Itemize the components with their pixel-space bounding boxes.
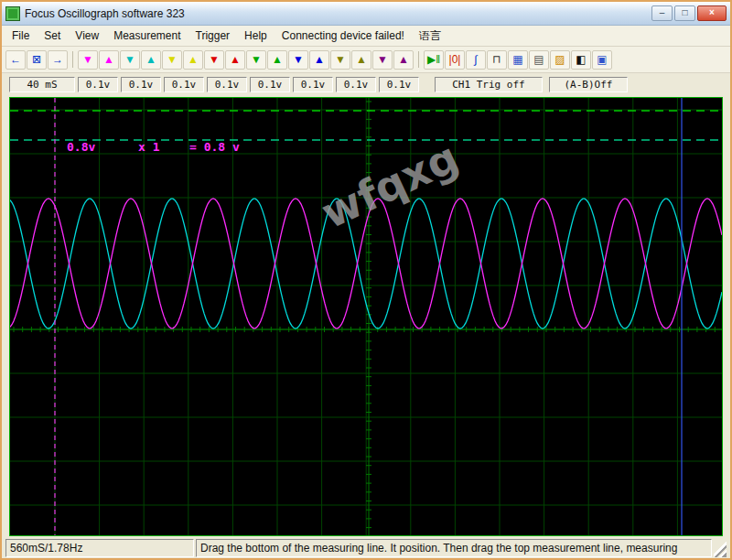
close-button[interactable]: × [697,5,727,21]
status-hint: Drag the bottom of the measuring line. I… [196,539,712,557]
channel-4-down-icon[interactable]: ▼ [204,50,224,70]
integral-icon[interactable]: ∫ [466,50,486,70]
ch8-volt-scale[interactable]: 0.1v [379,77,419,92]
scale-bar: 40 mS 0.1v 0.1v 0.1v 0.1v 0.1v 0.1v 0.1v… [2,73,730,95]
save-icon[interactable]: ▤ [529,50,549,70]
minimize-button[interactable]: – [651,5,673,21]
measure-readout: x 1 [138,140,160,154]
ch2-volt-scale[interactable]: 0.1v [121,77,161,92]
menu-view[interactable]: View [69,27,105,44]
menu-help[interactable]: Help [238,27,274,44]
back-arrow-icon[interactable]: ← [5,50,26,70]
channel-2-down-icon[interactable]: ▼ [120,50,140,70]
channel-3-down-icon[interactable]: ▼ [162,50,182,70]
menu-measurement[interactable]: Measurement [107,27,187,44]
contrast-icon[interactable]: ◧ [571,50,591,70]
forward-arrow-icon[interactable]: → [48,50,68,70]
open-folder-icon[interactable]: ▨ [550,50,570,70]
channel-6-down-icon[interactable]: ▼ [288,50,308,70]
ch7-volt-scale[interactable]: 0.1v [336,77,376,92]
squarewave-icon[interactable]: ⊓ [487,50,507,70]
channel-1-up-icon[interactable]: ▲ [99,50,119,70]
trigger-mode[interactable]: CH1 Trig off [435,77,543,92]
ch1-volt-scale[interactable]: 0.1v [78,77,118,92]
channel-5-down-icon[interactable]: ▼ [246,50,266,70]
app-icon [5,6,20,21]
ch6-volt-scale[interactable]: 0.1v [293,77,333,92]
menu-trigger[interactable]: Trigger [189,27,237,44]
channel-8-down-icon[interactable]: ▼ [372,50,393,70]
ch3-volt-scale[interactable]: 0.1v [164,77,204,92]
channel-3-up-icon[interactable]: ▲ [183,50,203,70]
toolbar-action-group: ▶‖|0|∫⊓▦▤▨◧▣ [424,50,612,70]
menu-language[interactable]: 语言 [413,27,447,46]
toolbar-separator [72,51,73,68]
menu-connection-status[interactable]: Connecting device failed! [275,27,411,44]
channel-7-up-icon[interactable]: ▲ [351,50,371,70]
measure-readout: = 0.8 v [189,140,240,154]
status-timebase: 560mS/1.78Hz [5,539,194,557]
grid-icon[interactable]: ▦ [508,50,528,70]
ch4-volt-scale[interactable]: 0.1v [207,77,247,92]
menu-set[interactable]: Set [38,27,67,44]
statusbar: 560mS/1.78Hz Drag the bottom of the meas… [2,539,730,557]
titlebar: Focus Oscillograph software 323 – □ × [2,2,730,26]
maximize-button[interactable]: □ [674,5,695,21]
window-controls: – □ × [651,5,727,21]
channel-8-up-icon[interactable]: ▲ [393,50,414,70]
ch5-volt-scale[interactable]: 0.1v [250,77,290,92]
zero-marker-icon[interactable]: |0| [445,50,465,70]
channel-6-up-icon[interactable]: ▲ [309,50,329,70]
toolbar-separator [418,51,419,68]
menu-file[interactable]: File [5,27,36,44]
menubar: File Set View Measurement Trigger Help C… [2,26,730,47]
toolbar-channel-group: ▼▲▼▲▼▲▼▲▼▲▼▲▼▲▼▲ [78,50,414,70]
channel-7-down-icon[interactable]: ▼ [330,50,350,70]
channel-2-up-icon[interactable]: ▲ [141,50,161,70]
select-box-icon[interactable]: ⊠ [27,50,47,70]
toolbar: ←⊠→ ▼▲▼▲▼▲▼▲▼▲▼▲▼▲▼▲ ▶‖|0|∫⊓▦▤▨◧▣ [2,47,730,73]
channel-4-up-icon[interactable]: ▲ [225,50,245,70]
language-box-icon[interactable]: ▣ [592,50,612,70]
measure-readout: 0.8v [67,140,95,154]
scope-display[interactable]: 0.8vx 1= 0.8 vwfqxg [9,97,723,536]
channel-1-down-icon[interactable]: ▼ [78,50,98,70]
resize-grip[interactable] [714,539,727,557]
toolbar-nav-group: ←⊠→ [5,50,68,70]
channel-5-up-icon[interactable]: ▲ [267,50,287,70]
timebase-selector[interactable]: 40 mS [9,77,75,92]
run-pause-icon[interactable]: ▶‖ [424,50,444,70]
app-window: Focus Oscillograph software 323 – □ × Fi… [0,0,732,560]
window-title: Focus Oscillograph software 323 [25,7,647,20]
ab-mode[interactable]: (A-B)Off [549,77,628,92]
